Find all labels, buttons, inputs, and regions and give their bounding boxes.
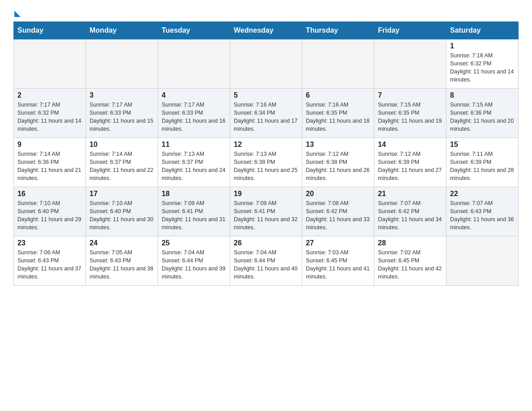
- day-info: Sunrise: 7:18 AM Sunset: 6:32 PM Dayligh…: [450, 51, 515, 84]
- day-info: Sunrise: 7:11 AM Sunset: 6:39 PM Dayligh…: [450, 150, 515, 183]
- day-info: Sunrise: 7:03 AM Sunset: 6:45 PM Dayligh…: [306, 248, 370, 281]
- day-number: 1: [450, 42, 515, 50]
- day-info: Sunrise: 7:12 AM Sunset: 6:38 PM Dayligh…: [306, 150, 370, 183]
- day-info: Sunrise: 7:16 AM Sunset: 6:34 PM Dayligh…: [234, 101, 298, 133]
- day-number: 15: [450, 141, 515, 149]
- calendar-cell: 7Sunrise: 7:15 AM Sunset: 6:35 PM Daylig…: [374, 89, 446, 138]
- day-info: Sunrise: 7:10 AM Sunset: 6:40 PM Dayligh…: [90, 199, 154, 232]
- calendar-header-tuesday: Tuesday: [158, 22, 230, 39]
- day-number: 16: [17, 190, 82, 198]
- calendar-cell: 2Sunrise: 7:17 AM Sunset: 6:32 PM Daylig…: [14, 89, 86, 138]
- day-info: Sunrise: 7:15 AM Sunset: 6:35 PM Dayligh…: [378, 101, 442, 133]
- calendar-cell: 19Sunrise: 7:09 AM Sunset: 6:41 PM Dayli…: [230, 187, 302, 236]
- calendar-cell: 14Sunrise: 7:12 AM Sunset: 6:39 PM Dayli…: [374, 138, 446, 187]
- calendar-header-friday: Friday: [374, 22, 446, 39]
- calendar-cell: 11Sunrise: 7:13 AM Sunset: 6:37 PM Dayli…: [158, 138, 230, 187]
- day-info: Sunrise: 7:14 AM Sunset: 6:36 PM Dayligh…: [17, 150, 82, 183]
- day-number: 5: [234, 91, 298, 99]
- day-info: Sunrise: 7:15 AM Sunset: 6:36 PM Dayligh…: [450, 101, 515, 133]
- calendar-header-row: SundayMondayTuesdayWednesdayThursdayFrid…: [14, 22, 519, 39]
- calendar-cell: 10Sunrise: 7:14 AM Sunset: 6:37 PM Dayli…: [86, 138, 158, 187]
- calendar-week-row: 2Sunrise: 7:17 AM Sunset: 6:32 PM Daylig…: [14, 89, 519, 138]
- calendar-cell: [302, 39, 374, 89]
- day-info: Sunrise: 7:17 AM Sunset: 6:33 PM Dayligh…: [90, 101, 154, 133]
- calendar-table: SundayMondayTuesdayWednesdayThursdayFrid…: [13, 21, 519, 286]
- day-number: 7: [378, 91, 442, 99]
- calendar-cell: 16Sunrise: 7:10 AM Sunset: 6:40 PM Dayli…: [14, 187, 86, 236]
- calendar-week-row: 1Sunrise: 7:18 AM Sunset: 6:32 PM Daylig…: [14, 39, 519, 89]
- day-info: Sunrise: 7:13 AM Sunset: 6:37 PM Dayligh…: [162, 150, 226, 183]
- calendar-cell: 9Sunrise: 7:14 AM Sunset: 6:36 PM Daylig…: [14, 138, 86, 187]
- calendar-cell: 5Sunrise: 7:16 AM Sunset: 6:34 PM Daylig…: [230, 89, 302, 138]
- calendar-cell: [374, 39, 446, 89]
- calendar-header-thursday: Thursday: [302, 22, 374, 39]
- calendar-cell: 28Sunrise: 7:02 AM Sunset: 6:45 PM Dayli…: [374, 236, 446, 286]
- calendar-cell: 4Sunrise: 7:17 AM Sunset: 6:33 PM Daylig…: [158, 89, 230, 138]
- calendar-week-row: 9Sunrise: 7:14 AM Sunset: 6:36 PM Daylig…: [14, 138, 519, 187]
- day-info: Sunrise: 7:12 AM Sunset: 6:39 PM Dayligh…: [378, 150, 442, 183]
- day-number: 8: [450, 91, 515, 99]
- calendar-cell: 1Sunrise: 7:18 AM Sunset: 6:32 PM Daylig…: [446, 39, 519, 89]
- day-info: Sunrise: 7:07 AM Sunset: 6:43 PM Dayligh…: [450, 199, 515, 232]
- calendar-cell: 17Sunrise: 7:10 AM Sunset: 6:40 PM Dayli…: [86, 187, 158, 236]
- calendar-cell: 6Sunrise: 7:16 AM Sunset: 6:35 PM Daylig…: [302, 89, 374, 138]
- calendar-cell: 15Sunrise: 7:11 AM Sunset: 6:39 PM Dayli…: [446, 138, 519, 187]
- calendar-cell: 8Sunrise: 7:15 AM Sunset: 6:36 PM Daylig…: [446, 89, 519, 138]
- day-number: 21: [378, 190, 442, 198]
- day-number: 23: [17, 239, 82, 247]
- day-number: 11: [162, 141, 226, 149]
- calendar-cell: [446, 236, 519, 286]
- day-info: Sunrise: 7:16 AM Sunset: 6:35 PM Dayligh…: [306, 101, 370, 133]
- day-number: 2: [17, 91, 82, 99]
- day-number: 25: [162, 239, 226, 247]
- day-info: Sunrise: 7:05 AM Sunset: 6:43 PM Dayligh…: [90, 248, 154, 281]
- day-number: 22: [450, 190, 515, 198]
- day-info: Sunrise: 7:07 AM Sunset: 6:42 PM Dayligh…: [378, 199, 442, 232]
- day-number: 20: [306, 190, 370, 198]
- day-info: Sunrise: 7:02 AM Sunset: 6:45 PM Dayligh…: [378, 248, 442, 281]
- logo: [13, 9, 21, 17]
- day-number: 24: [90, 239, 154, 247]
- calendar-week-row: 23Sunrise: 7:06 AM Sunset: 6:43 PM Dayli…: [14, 236, 519, 286]
- logo-arrow-icon: [14, 11, 21, 17]
- calendar-cell: 24Sunrise: 7:05 AM Sunset: 6:43 PM Dayli…: [86, 236, 158, 286]
- day-number: 28: [378, 239, 442, 247]
- day-info: Sunrise: 7:10 AM Sunset: 6:40 PM Dayligh…: [17, 199, 82, 232]
- day-number: 19: [234, 190, 298, 198]
- calendar-cell: 27Sunrise: 7:03 AM Sunset: 6:45 PM Dayli…: [302, 236, 374, 286]
- calendar-cell: 13Sunrise: 7:12 AM Sunset: 6:38 PM Dayli…: [302, 138, 374, 187]
- page-header: [13, 9, 519, 17]
- day-number: 18: [162, 190, 226, 198]
- calendar-cell: [158, 39, 230, 89]
- day-number: 4: [162, 91, 226, 99]
- calendar-header-saturday: Saturday: [446, 22, 519, 39]
- day-info: Sunrise: 7:09 AM Sunset: 6:41 PM Dayligh…: [162, 199, 226, 232]
- day-number: 12: [234, 141, 298, 149]
- day-number: 6: [306, 91, 370, 99]
- calendar-cell: [230, 39, 302, 89]
- day-number: 10: [90, 141, 154, 149]
- day-info: Sunrise: 7:09 AM Sunset: 6:41 PM Dayligh…: [234, 199, 298, 232]
- day-info: Sunrise: 7:17 AM Sunset: 6:33 PM Dayligh…: [162, 101, 226, 133]
- calendar-week-row: 16Sunrise: 7:10 AM Sunset: 6:40 PM Dayli…: [14, 187, 519, 236]
- day-number: 9: [17, 141, 82, 149]
- calendar-cell: 22Sunrise: 7:07 AM Sunset: 6:43 PM Dayli…: [446, 187, 519, 236]
- calendar-cell: 25Sunrise: 7:04 AM Sunset: 6:44 PM Dayli…: [158, 236, 230, 286]
- calendar-header-monday: Monday: [86, 22, 158, 39]
- day-info: Sunrise: 7:14 AM Sunset: 6:37 PM Dayligh…: [90, 150, 154, 183]
- day-number: 14: [378, 141, 442, 149]
- calendar-cell: 21Sunrise: 7:07 AM Sunset: 6:42 PM Dayli…: [374, 187, 446, 236]
- calendar-header-wednesday: Wednesday: [230, 22, 302, 39]
- calendar-cell: 23Sunrise: 7:06 AM Sunset: 6:43 PM Dayli…: [14, 236, 86, 286]
- day-info: Sunrise: 7:08 AM Sunset: 6:42 PM Dayligh…: [306, 199, 370, 232]
- calendar-cell: 3Sunrise: 7:17 AM Sunset: 6:33 PM Daylig…: [86, 89, 158, 138]
- day-number: 17: [90, 190, 154, 198]
- calendar-cell: 26Sunrise: 7:04 AM Sunset: 6:44 PM Dayli…: [230, 236, 302, 286]
- day-number: 27: [306, 239, 370, 247]
- calendar-cell: 20Sunrise: 7:08 AM Sunset: 6:42 PM Dayli…: [302, 187, 374, 236]
- calendar-header-sunday: Sunday: [14, 22, 86, 39]
- day-info: Sunrise: 7:17 AM Sunset: 6:32 PM Dayligh…: [17, 101, 82, 133]
- calendar-cell: [86, 39, 158, 89]
- day-number: 26: [234, 239, 298, 247]
- calendar-cell: [14, 39, 86, 89]
